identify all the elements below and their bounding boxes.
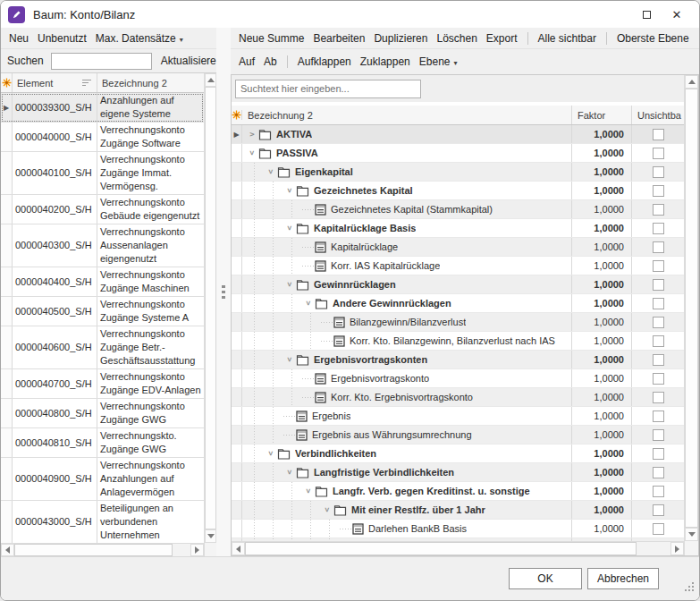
scroll-left-button[interactable] [1, 544, 14, 556]
visibility-checkbox[interactable] [653, 298, 664, 309]
search-input[interactable] [51, 53, 152, 70]
scroll-right-button[interactable] [190, 544, 204, 556]
visibility-checkbox[interactable] [653, 223, 664, 234]
column-header-element[interactable]: Element [13, 73, 97, 92]
scroll-left-button[interactable] [232, 542, 245, 555]
column-header-bezeichnung[interactable]: Bezeichnung 2 [97, 73, 204, 92]
table-row[interactable]: 0000040800_S/HVerrechnungskonto Zugänge … [1, 399, 204, 428]
panel-splitter[interactable] [216, 28, 231, 556]
scroll-down-button[interactable] [205, 529, 216, 543]
tree-row[interactable]: >Langfristige Verbindlichkeiten1,0000 [232, 463, 684, 482]
tree-row[interactable]: Ergebnis1,0000 [232, 407, 684, 426]
visibility-checkbox[interactable] [653, 467, 664, 478]
collapse-chevron-icon[interactable]: > [266, 165, 275, 178]
visibility-checkbox[interactable] [653, 373, 664, 385]
tree-row[interactable]: ▶>AKTIVA1,0000 [232, 125, 684, 144]
tree-row[interactable]: >Gewinnrücklagen1,0000 [232, 275, 684, 294]
resize-grip-icon[interactable] [685, 580, 695, 596]
toolbar-button-neue-summe[interactable]: Neue Summe [234, 30, 308, 47]
scroll-track[interactable] [205, 87, 216, 529]
expand-chevron-icon[interactable]: > [246, 130, 258, 139]
visibility-checkbox[interactable] [653, 260, 664, 272]
toolbar-button-löschen[interactable]: Löschen [432, 30, 481, 47]
visibility-checkbox[interactable] [653, 279, 664, 291]
toolbar-button-max-datensätze[interactable]: Max. Datensätze▾ [91, 30, 188, 47]
table-row[interactable]: 0000040600_S/HVerrechnungskonto Zugänge … [1, 326, 204, 369]
table-row[interactable]: 0000040500_S/HVerrechnungskonto Zugänge … [1, 297, 204, 326]
tree-row[interactable]: Kapitalrücklage1,0000 [232, 238, 684, 257]
tree-row[interactable]: Ergebnis aus Währungsumrechnung1,0000 [232, 426, 684, 444]
table-row[interactable]: 0000040700_S/HVerrechnungskonto Zugänge … [1, 369, 204, 399]
scroll-track[interactable] [14, 544, 190, 556]
toolbar-button-ebene[interactable]: Ebene▾ [415, 54, 462, 70]
scroll-thumb[interactable] [685, 89, 698, 528]
toolbar-button-oberste-ebene[interactable]: Oberste Ebene [612, 30, 694, 47]
collapse-chevron-icon[interactable]: > [285, 222, 294, 234]
toolbar-button-alle-sichtbar[interactable]: Alle sichtbar [534, 30, 601, 47]
scroll-track[interactable] [685, 89, 698, 528]
visibility-checkbox[interactable] [653, 204, 664, 216]
scroll-up-button[interactable] [685, 75, 698, 89]
tree-row[interactable]: >Mit einer Restlfz. über 1 Jahr1,0000 [232, 501, 684, 520]
visibility-checkbox[interactable] [653, 486, 664, 497]
tree-row[interactable]: >Eigenkapital1,0000 [232, 163, 684, 182]
collapse-chevron-icon[interactable]: > [266, 447, 275, 460]
tree-row[interactable]: >Langfr. Verb. gegen Kreditinst. u. sons… [232, 482, 684, 501]
visibility-checkbox[interactable] [653, 129, 664, 140]
tree-vertical-scrollbar[interactable] [684, 75, 698, 555]
visibility-checkbox[interactable] [653, 392, 664, 403]
scroll-thumb[interactable] [245, 542, 637, 555]
scroll-up-button[interactable] [205, 73, 216, 87]
visibility-checkbox[interactable] [653, 448, 664, 460]
visibility-checkbox[interactable] [653, 504, 664, 516]
table-row[interactable]: 0000043000_S/HBeteiligungen an verbunden… [1, 501, 204, 543]
toolbar-button-aufklappen[interactable]: Aufklappen [293, 54, 356, 70]
toolbar-button-duplizieren[interactable]: Duplizieren [369, 30, 432, 47]
scroll-track[interactable] [245, 542, 670, 555]
tree-horizontal-scrollbar[interactable] [232, 541, 684, 555]
collapse-chevron-icon[interactable]: > [285, 466, 294, 478]
scroll-right-button[interactable] [670, 542, 684, 555]
column-header-unsichtbar[interactable]: Unsichtba [632, 106, 684, 124]
visibility-checkbox[interactable] [653, 411, 664, 422]
table-row[interactable]: 0000040300_S/HVerrechnungskonto Aussenan… [1, 224, 204, 267]
toolbar-button-ab[interactable]: Ab [259, 54, 282, 70]
toolbar-button-auf[interactable]: Auf [234, 54, 259, 70]
tree-row[interactable]: >Kapitalrücklage Basis1,0000 [232, 219, 684, 238]
collapse-chevron-icon[interactable]: > [285, 353, 294, 366]
visibility-checkbox[interactable] [653, 185, 664, 197]
ok-button[interactable]: OK [509, 568, 582, 589]
visibility-checkbox[interactable] [653, 241, 664, 253]
visibility-checkbox[interactable] [653, 335, 664, 347]
table-row[interactable]: 0000040900_S/HVerrechnungskonto Anzahlun… [1, 458, 204, 501]
tree-row[interactable]: Korr. Kto. Bilanzgewinn, Bilanzverlust n… [232, 332, 684, 351]
collapse-chevron-icon[interactable]: > [285, 184, 294, 197]
table-row[interactable]: ▶0000039300_S/HAnzahlungen auf eigene Sy… [1, 93, 204, 123]
toolbar-button-unbenutzt[interactable]: Unbenutzt [33, 30, 91, 47]
column-header-bezeichnung[interactable]: Bezeichnung 2 [242, 106, 572, 124]
tree-row[interactable]: Korr. IAS Kapitalrücklage1,0000 [232, 257, 684, 275]
tree-row[interactable]: Bilanzgewinn/Bilanzverlust1,0000 [232, 313, 684, 332]
collapse-chevron-icon[interactable]: > [304, 297, 313, 309]
toolbar-button-export[interactable]: Export [482, 30, 522, 47]
toolbar-button-neu[interactable]: Neu [4, 30, 33, 47]
tree-row[interactable]: >Andere Gewinnrücklagen1,0000 [232, 294, 684, 313]
visibility-checkbox[interactable] [653, 523, 664, 535]
tree-row[interactable]: >Gezeichnetes Kapital1,0000 [232, 182, 684, 200]
column-header-faktor[interactable]: Faktor [572, 106, 632, 124]
cancel-button[interactable]: Abbrechen [587, 568, 659, 589]
table-row[interactable]: 0000040200_S/HVerrechnungskonto Gebäude … [1, 195, 204, 224]
tree-row[interactable]: Darlehen BankB Basis1,0000 [232, 520, 684, 538]
scroll-thumb[interactable] [205, 87, 216, 529]
scroll-down-button[interactable] [685, 528, 698, 541]
tree-row[interactable]: >Ergebnisvortragskonten1,0000 [232, 351, 684, 369]
table-row[interactable]: 0000040400_S/HVerrechnungskonto Zugänge … [1, 267, 204, 297]
left-horizontal-scrollbar[interactable] [1, 543, 204, 556]
tree-row[interactable]: >PASSIVA1,0000 [232, 144, 684, 163]
visibility-checkbox[interactable] [653, 317, 664, 328]
left-vertical-scrollbar[interactable] [204, 73, 216, 556]
tree-row[interactable]: Gezeichnetes Kapital (Stammkapital)1,000… [232, 200, 684, 219]
collapse-chevron-icon[interactable]: > [248, 147, 257, 159]
collapse-chevron-icon[interactable]: > [285, 278, 294, 291]
table-row[interactable]: 0000040100_S/HVerrechnungskonto Zugänge … [1, 152, 204, 195]
